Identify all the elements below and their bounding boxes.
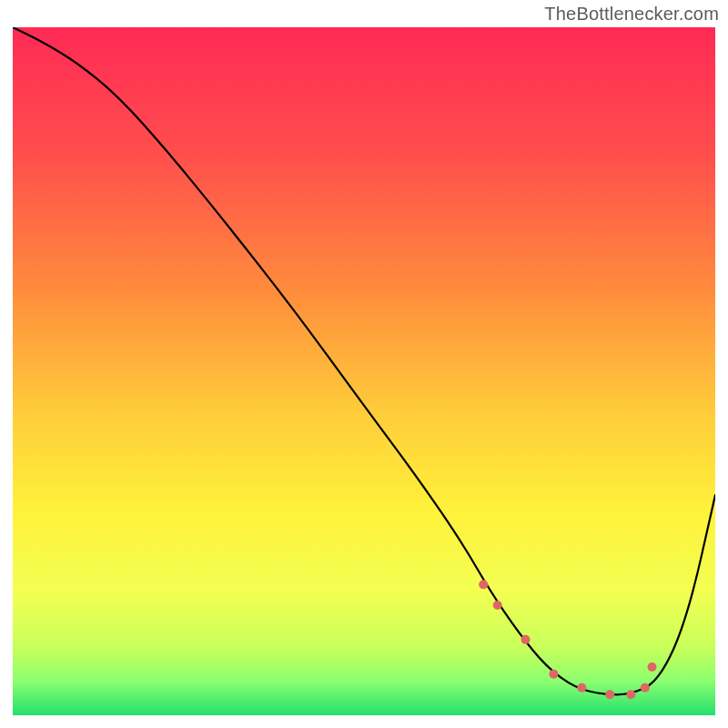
sweet-spot-marker (521, 635, 531, 644)
sweet-spot-marker (549, 670, 558, 679)
chart-container: TheBottlenecker.com (0, 0, 728, 728)
sweet-spot-marker (641, 683, 650, 693)
sweet-spot-marker (605, 690, 614, 699)
bottleneck-chart (13, 27, 715, 715)
sweet-spot-marker (493, 601, 502, 610)
plot-area (13, 27, 715, 715)
sweet-spot-marker (479, 580, 488, 589)
gradient-background (13, 27, 715, 715)
sweet-spot-marker (577, 683, 586, 693)
sweet-spot-marker (626, 690, 635, 699)
attribution-text: TheBottlenecker.com (544, 4, 719, 25)
sweet-spot-marker (648, 662, 657, 672)
